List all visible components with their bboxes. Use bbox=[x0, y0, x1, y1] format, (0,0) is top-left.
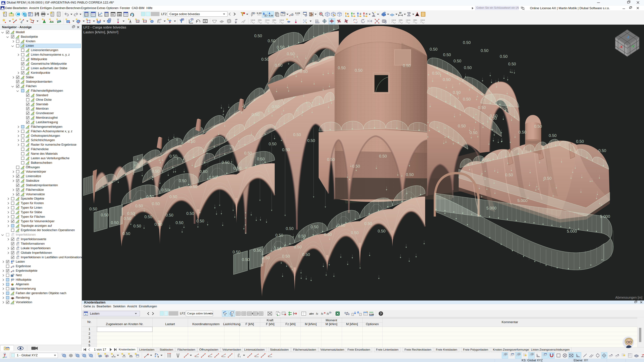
svg-text:0.50: 0.50 bbox=[262, 256, 270, 260]
svg-text:X.XX: X.XX bbox=[269, 14, 273, 17]
svg-text:0.50: 0.50 bbox=[544, 176, 552, 180]
svg-text:0,00: 0,00 bbox=[369, 313, 374, 316]
svg-text:0.50: 0.50 bbox=[338, 65, 346, 70]
svg-text:0.50: 0.50 bbox=[282, 147, 290, 152]
svg-text:0.50: 0.50 bbox=[478, 105, 486, 110]
svg-text:0.50: 0.50 bbox=[252, 112, 260, 117]
svg-text:0.50: 0.50 bbox=[254, 248, 262, 253]
svg-text:0.50: 0.50 bbox=[170, 154, 177, 158]
svg-text:-Z: -Z bbox=[626, 36, 629, 39]
svg-text:0.50: 0.50 bbox=[534, 124, 542, 129]
svg-text:0.50: 0.50 bbox=[458, 124, 466, 128]
svg-text:0.50: 0.50 bbox=[196, 219, 204, 223]
svg-text:0.50: 0.50 bbox=[282, 254, 290, 258]
svg-text:0.50: 0.50 bbox=[300, 69, 308, 74]
svg-text:0.50: 0.50 bbox=[152, 169, 160, 173]
svg-text:0.50: 0.50 bbox=[481, 48, 488, 53]
svg-text:0.50: 0.50 bbox=[482, 158, 490, 162]
svg-text:0.50: 0.50 bbox=[500, 54, 508, 59]
svg-text:0.50: 0.50 bbox=[505, 173, 513, 177]
svg-text:0.50: 0.50 bbox=[275, 63, 282, 67]
svg-text:I: I bbox=[22, 22, 22, 24]
svg-text:0.50: 0.50 bbox=[432, 71, 440, 75]
svg-text:ab: ab bbox=[309, 312, 312, 315]
svg-text:0.50: 0.50 bbox=[133, 224, 141, 228]
svg-text:fx: fx bbox=[321, 312, 323, 316]
svg-text:5.000: 5.000 bbox=[567, 229, 577, 233]
svg-text:0.50: 0.50 bbox=[254, 33, 262, 38]
svg-text:fx: fx bbox=[327, 312, 329, 316]
svg-text:0.50: 0.50 bbox=[276, 233, 283, 238]
svg-text:0.50: 0.50 bbox=[242, 257, 250, 262]
svg-text:0.50: 0.50 bbox=[463, 97, 471, 101]
svg-text:0.50: 0.50 bbox=[302, 252, 310, 257]
svg-text:0.50: 0.50 bbox=[272, 104, 280, 109]
svg-text:0.50: 0.50 bbox=[274, 246, 282, 251]
svg-text:0.50: 0.50 bbox=[453, 90, 461, 95]
svg-text:0.50: 0.50 bbox=[310, 225, 318, 229]
svg-text:0.50: 0.50 bbox=[470, 130, 478, 135]
svg-text:0.50: 0.50 bbox=[268, 38, 276, 43]
svg-text:0.50: 0.50 bbox=[234, 166, 241, 170]
svg-text:0.50: 0.50 bbox=[244, 151, 252, 155]
svg-text:0.50: 0.50 bbox=[124, 216, 132, 221]
svg-text:0.50: 0.50 bbox=[454, 59, 461, 63]
svg-text:0.50: 0.50 bbox=[135, 204, 143, 208]
svg-text:2: 2 bbox=[155, 353, 156, 355]
svg-text:xx: xx bbox=[123, 354, 125, 356]
svg-text:0.50: 0.50 bbox=[549, 133, 556, 138]
svg-text:0.50: 0.50 bbox=[307, 138, 315, 143]
svg-text:0.50: 0.50 bbox=[287, 52, 295, 56]
svg-text:123: 123 bbox=[11, 288, 14, 290]
svg-text:0.50: 0.50 bbox=[598, 148, 606, 153]
svg-text:?: ? bbox=[380, 312, 382, 316]
svg-text:0.50: 0.50 bbox=[443, 77, 451, 82]
svg-text:0.50: 0.50 bbox=[232, 250, 240, 254]
svg-text:0.50: 0.50 bbox=[122, 231, 130, 236]
svg-text:0.50: 0.50 bbox=[443, 52, 451, 57]
svg-text:0.50: 0.50 bbox=[90, 207, 97, 211]
svg-text:0.50: 0.50 bbox=[378, 229, 386, 233]
svg-text:X: X bbox=[347, 12, 349, 15]
svg-text:>>_: >>_ bbox=[111, 14, 116, 16]
svg-text:I: I bbox=[240, 356, 240, 358]
svg-text:0.50: 0.50 bbox=[324, 232, 332, 237]
svg-text:0.50: 0.50 bbox=[364, 221, 372, 226]
svg-text:0.50: 0.50 bbox=[277, 45, 284, 49]
svg-text:0.50: 0.50 bbox=[101, 213, 109, 217]
svg-text:>SC: >SC bbox=[118, 14, 122, 16]
svg-text:0.50: 0.50 bbox=[200, 169, 208, 174]
svg-text:6: 6 bbox=[158, 356, 159, 358]
svg-text:fx: fx bbox=[316, 312, 318, 316]
svg-text:Abmessungen [m]: Abmessungen [m] bbox=[615, 296, 642, 299]
svg-text:5.000: 5.000 bbox=[600, 214, 610, 219]
svg-text:0.50: 0.50 bbox=[508, 62, 516, 66]
svg-text:0.50: 0.50 bbox=[294, 245, 302, 249]
svg-text:0.50: 0.50 bbox=[190, 184, 198, 189]
svg-text:-Y: -Y bbox=[631, 44, 634, 48]
svg-text:0.50: 0.50 bbox=[518, 130, 526, 134]
svg-text:0.50: 0.50 bbox=[152, 201, 160, 206]
svg-text:0.50: 0.50 bbox=[144, 215, 152, 219]
svg-text:0.50: 0.50 bbox=[403, 63, 411, 68]
svg-text:0.50: 0.50 bbox=[430, 47, 438, 51]
svg-text:5.000: 5.000 bbox=[518, 198, 528, 203]
svg-text:0.50: 0.50 bbox=[352, 164, 360, 168]
svg-text:Lasten [kN/m], [kN/m²]: Lasten [kN/m], [kN/m²] bbox=[83, 30, 118, 34]
svg-text:I: I bbox=[160, 21, 160, 24]
svg-text:0.50: 0.50 bbox=[286, 226, 294, 231]
svg-text:LF2 - Carga sobre bóvedas: LF2 - Carga sobre bóvedas bbox=[83, 25, 126, 29]
svg-text:0.50: 0.50 bbox=[154, 222, 162, 227]
svg-text:Y: Y bbox=[353, 12, 355, 15]
svg-text:X.XX: X.XX bbox=[295, 12, 300, 14]
svg-text:0.50: 0.50 bbox=[261, 57, 269, 61]
svg-text:0.50: 0.50 bbox=[293, 132, 301, 137]
svg-text:0.50: 0.50 bbox=[355, 68, 362, 72]
svg-text:0.50: 0.50 bbox=[186, 211, 194, 216]
svg-text:0.50: 0.50 bbox=[406, 172, 414, 177]
svg-text:0.50: 0.50 bbox=[298, 234, 306, 238]
svg-text:0.50: 0.50 bbox=[351, 230, 359, 235]
svg-text:X.XX: X.XX bbox=[256, 12, 262, 14]
svg-text:0.50: 0.50 bbox=[166, 213, 174, 217]
svg-text:0.50: 0.50 bbox=[111, 220, 119, 225]
